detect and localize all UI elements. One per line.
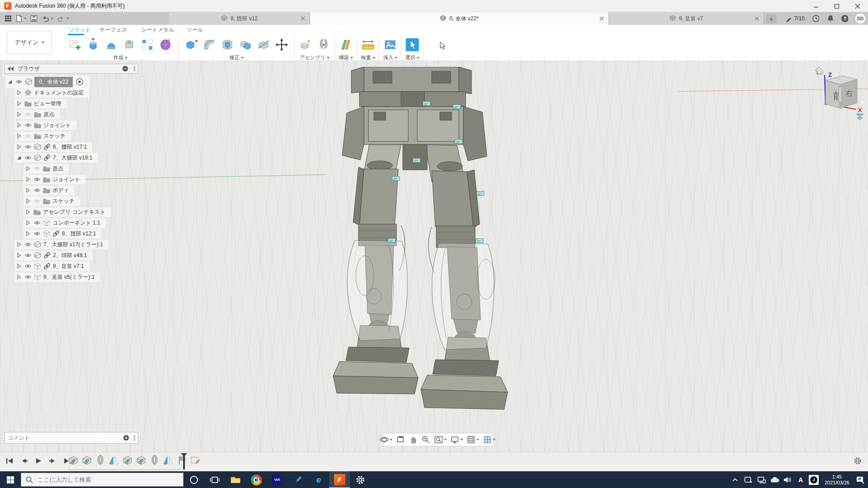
collapse-arrow-icon[interactable] (16, 111, 22, 118)
collapse-arrow-icon[interactable] (16, 252, 22, 259)
tablet-icon[interactable] (743, 475, 753, 485)
clock-icon[interactable] (812, 15, 819, 22)
zoom-icon[interactable] (420, 435, 432, 444)
taskbar-clock[interactable]: 1:45 2021/03/26 (822, 474, 852, 486)
model-viewport[interactable]: ブラウザ 0、全体 v22ドキュメントの設定ビュー管理原点ジョイントスケッチ6、… (0, 61, 868, 452)
ribbon-group-label[interactable]: 構築 (339, 54, 353, 61)
browser-tree-row[interactable]: 9、足首 v7:1 (5, 261, 111, 272)
timeline-settings-icon[interactable] (854, 457, 862, 466)
taskbar-search[interactable] (21, 473, 184, 487)
task-view-taskbar-icon[interactable] (204, 471, 225, 488)
new-component-icon[interactable] (298, 38, 313, 52)
browser-tree-row[interactable]: 2、頭部 v48:1 (5, 250, 111, 261)
ribbon-tab-1[interactable]: ソリッド (69, 26, 91, 34)
browser-tree-row[interactable]: スケッチ (5, 196, 111, 206)
comment-bar[interactable] (5, 432, 138, 444)
timeline-link-icon[interactable] (136, 455, 146, 466)
view-cube[interactable]: Z X 前 右 (806, 63, 867, 122)
joint-tag[interactable] (476, 191, 484, 196)
version-badge[interactable]: 7/10 (785, 15, 805, 22)
press-pull-icon[interactable] (184, 38, 198, 52)
tree-item-label[interactable]: ドキュメントの設定 (34, 89, 84, 97)
pen-tool-taskbar-icon[interactable] (288, 471, 308, 488)
redo-button[interactable] (55, 12, 71, 25)
collapse-arrow-icon[interactable] (16, 241, 22, 248)
step-back-button[interactable] (19, 456, 29, 466)
visibility-eye-icon[interactable] (24, 273, 32, 281)
tree-item-label[interactable]: ジョイント (43, 122, 71, 129)
panel-drag-grip[interactable] (134, 66, 135, 71)
file-explorer-taskbar-icon[interactable] (225, 471, 246, 488)
timeline-sketch-icon[interactable] (190, 455, 201, 466)
expand-arrow-icon[interactable] (16, 154, 22, 161)
orbit-icon[interactable] (378, 435, 394, 444)
ribbon-group-label[interactable]: 検査 (361, 54, 375, 61)
visibility-eye-icon-dim[interactable] (33, 197, 41, 205)
browser-tree-row[interactable]: ビュー管理 (5, 98, 111, 109)
tree-item-label[interactable]: 2、頭部 v48:1 (53, 252, 87, 259)
construction-plane-icon[interactable] (339, 38, 353, 52)
create-form-icon[interactable] (158, 38, 173, 52)
tree-item-label[interactable]: ビュー管理 (34, 100, 61, 108)
joint-icon[interactable] (316, 38, 331, 52)
start-button[interactable] (0, 471, 21, 488)
ribbon-tab-3[interactable]: シートメタル (141, 26, 174, 34)
tree-item-label[interactable]: 9、足首 v5(ミラー):1 (43, 273, 94, 281)
help-icon[interactable]: ? (841, 15, 848, 22)
browser-tree-row[interactable]: 原点 (5, 109, 111, 120)
tree-item-label[interactable]: 7、大腿部 v18:1 (53, 154, 92, 162)
cortana-taskbar-icon[interactable] (184, 471, 204, 488)
joint-tag[interactable] (388, 238, 396, 243)
timeline-mirror-icon[interactable] (108, 455, 119, 466)
tree-item-label[interactable]: ボディ (52, 187, 69, 194)
chevron-up-icon[interactable] (730, 475, 740, 485)
browser-tree-row[interactable]: 9、足首 v5(ミラー):1 (5, 272, 111, 282)
browser-tree-row[interactable]: アセンブリ コンテキスト (5, 206, 111, 217)
ime-indicator[interactable]: A (796, 475, 806, 485)
collapse-arrow-icon[interactable] (25, 219, 31, 226)
close-tab-icon[interactable] (755, 16, 759, 22)
play-button[interactable] (33, 456, 43, 466)
collapse-arrow-icon[interactable] (16, 89, 22, 96)
volume-icon[interactable] (783, 475, 793, 485)
close-tab-icon[interactable] (599, 16, 604, 22)
visibility-eye-icon[interactable] (33, 176, 41, 183)
split-body-icon[interactable] (256, 38, 271, 52)
insert-canvas-icon[interactable] (383, 38, 397, 52)
browser-tree-row[interactable]: スケッチ (5, 131, 111, 141)
browser-tree-row[interactable]: ドキュメントの設定 (5, 87, 111, 98)
tree-item-label[interactable]: ジョイント (52, 176, 80, 183)
visibility-eye-icon-dim[interactable] (33, 165, 41, 172)
tree-item-label[interactable]: 6、腰部 v17:1 (53, 143, 87, 151)
collapse-arrow-icon[interactable] (25, 230, 31, 237)
j-app-tray-icon[interactable]: J (809, 475, 819, 485)
collapse-arrow-icon[interactable] (16, 100, 22, 107)
hole-icon[interactable] (122, 38, 137, 52)
joint-tag[interactable] (413, 158, 420, 163)
ribbon-group-label[interactable]: アセンブリ (300, 54, 329, 61)
expand-arrow-icon[interactable] (7, 78, 13, 85)
network-icon[interactable] (756, 475, 766, 485)
minimize-button[interactable] (806, 0, 826, 12)
document-tab-active[interactable]: 0, 全体 v22* (310, 12, 609, 25)
activate-radio-icon[interactable] (75, 78, 84, 85)
tree-item-label[interactable]: 7、大腿部 v17(ミラー):1 (43, 241, 103, 249)
browser-tree-row[interactable]: 6、腰部 v17:1 (5, 141, 111, 152)
collapse-arrow-icon[interactable] (25, 165, 31, 172)
chrome-taskbar-icon[interactable] (246, 471, 267, 488)
collapse-arrow-icon[interactable] (16, 143, 22, 150)
visibility-eye-icon[interactable] (24, 143, 32, 150)
comment-input[interactable] (8, 435, 120, 441)
tree-item-label[interactable]: 9、足首 v7:1 (53, 263, 84, 270)
close-button[interactable] (847, 0, 868, 12)
timeline-link-icon[interactable] (81, 455, 92, 466)
collapse-arrow-icon[interactable] (16, 132, 22, 140)
visibility-eye-icon[interactable] (33, 187, 41, 194)
joint-tag[interactable] (476, 239, 483, 243)
create-sketch-icon[interactable] (68, 38, 82, 52)
internet-explorer-taskbar-icon[interactable]: e (308, 471, 329, 488)
add-comment-icon[interactable] (123, 435, 129, 441)
tree-item-label[interactable]: スケッチ (52, 197, 75, 205)
visibility-eye-icon-dim[interactable] (24, 132, 32, 140)
workspace-selector[interactable]: デザイン (7, 31, 52, 54)
